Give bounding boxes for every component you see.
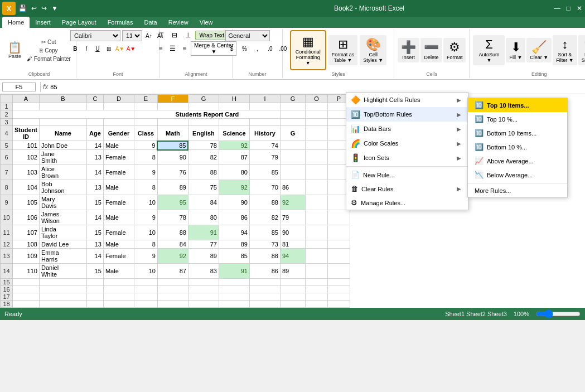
empty-cell[interactable] — [188, 103, 219, 110]
undo-button[interactable]: ↩ — [30, 3, 38, 13]
empty-cell[interactable] — [86, 293, 103, 301]
empty-cell[interactable] — [249, 286, 280, 293]
list-item[interactable]: 90 — [157, 150, 188, 165]
empty-cell[interactable] — [157, 119, 188, 126]
minimize-button[interactable]: — — [552, 4, 563, 13]
list-item[interactable]: 91 — [188, 225, 219, 240]
align-left-button[interactable]: ≡ — [155, 43, 166, 54]
list-item[interactable]: 106 — [13, 210, 40, 225]
format-as-table-button[interactable]: ⊞ Format asTable ▼ — [328, 35, 358, 65]
empty-cell[interactable] — [134, 293, 157, 301]
empty-cell[interactable] — [188, 279, 219, 286]
office-logo[interactable]: X — [2, 2, 16, 15]
list-item[interactable]: 77 — [188, 240, 219, 249]
tab-review[interactable]: Review — [163, 17, 194, 28]
empty-cell[interactable] — [305, 150, 327, 165]
list-item[interactable]: 110 — [13, 264, 40, 279]
currency-button[interactable]: $ — [225, 43, 238, 54]
sort-filter-button[interactable]: ↕ Sort &Filter ▼ — [553, 35, 577, 65]
cut-button[interactable]: ✂ Cut — [25, 38, 72, 46]
align-top-button[interactable]: ⊤ — [155, 30, 167, 40]
list-item[interactable]: 89 — [219, 240, 249, 249]
list-item[interactable]: Daniel White — [39, 264, 86, 279]
list-item[interactable]: 88 — [157, 225, 188, 240]
list-item[interactable]: 84 — [157, 240, 188, 249]
list-item[interactable]: 81 — [280, 240, 305, 249]
empty-cell[interactable] — [39, 301, 86, 308]
list-item[interactable]: 88 — [249, 249, 280, 264]
underline-button[interactable]: U — [93, 43, 103, 54]
empty-cell[interactable] — [305, 119, 327, 126]
empty-cell[interactable] — [305, 279, 327, 286]
col-header-O[interactable]: O — [305, 95, 327, 103]
list-item[interactable]: 86 — [219, 210, 249, 225]
list-item[interactable]: 70 — [249, 180, 280, 195]
empty-cell[interactable] — [280, 150, 305, 165]
row-header[interactable]: 9 — [1, 195, 13, 210]
font-size-select[interactable]: 11 — [122, 30, 142, 41]
submenu-above-average[interactable]: 📈 Above Average... — [468, 154, 567, 168]
empty-cell[interactable] — [103, 119, 134, 126]
list-item[interactable]: Male — [103, 141, 134, 150]
list-item[interactable]: Female — [103, 249, 134, 264]
list-item[interactable]: 14 — [86, 165, 103, 180]
close-button[interactable]: ✕ — [574, 4, 585, 13]
empty-cell[interactable] — [219, 301, 249, 308]
submenu-more-rules[interactable]: More Rules... — [468, 185, 567, 197]
list-item[interactable]: Science — [219, 126, 249, 141]
col-header-I[interactable]: I — [249, 95, 280, 103]
empty-cell[interactable] — [280, 165, 305, 180]
list-item[interactable]: 9 — [134, 165, 157, 180]
row-header[interactable]: 17 — [1, 293, 13, 301]
empty-cell[interactable] — [305, 180, 327, 195]
list-item[interactable]: Female — [103, 195, 134, 210]
list-item[interactable]: 9 — [134, 210, 157, 225]
empty-cell[interactable] — [280, 286, 305, 293]
list-item[interactable]: Age — [86, 126, 103, 141]
empty-cell[interactable] — [327, 240, 350, 249]
list-item[interactable]: 15 — [86, 225, 103, 240]
empty-cell[interactable] — [327, 225, 350, 240]
list-item[interactable]: 75 — [188, 180, 219, 195]
list-item[interactable]: 15 — [86, 264, 103, 279]
row-header[interactable]: 10 — [1, 210, 13, 225]
list-item[interactable]: 78 — [157, 210, 188, 225]
list-item[interactable]: English — [188, 126, 219, 141]
border-button[interactable]: ⊞ — [104, 43, 114, 54]
list-item[interactable]: 9 — [134, 141, 157, 150]
empty-cell[interactable] — [134, 119, 157, 126]
list-item[interactable]: 91 — [219, 264, 249, 279]
empty-cell[interactable] — [134, 301, 157, 308]
autosum-button[interactable]: Σ AutoSum ▼ — [473, 35, 505, 65]
tab-data[interactable]: Data — [138, 17, 162, 28]
list-item[interactable]: 84 — [188, 195, 219, 210]
align-center-button[interactable]: ☰ — [167, 43, 178, 54]
list-item[interactable]: 13 — [86, 150, 103, 165]
empty-cell[interactable] — [39, 286, 86, 293]
col-header-G2[interactable]: G — [280, 95, 305, 103]
delete-cells-button[interactable]: ➖ Delete — [420, 38, 442, 62]
list-item[interactable]: 92 — [157, 249, 188, 264]
submenu-top-10-percent[interactable]: 🔟 Top 10 %... — [468, 112, 567, 126]
row-header[interactable]: 15 — [1, 279, 13, 286]
list-item[interactable]: 85 — [249, 165, 280, 180]
zoom-slider[interactable] — [536, 309, 581, 318]
list-item[interactable]: Student ID — [13, 126, 40, 141]
row-header[interactable]: 14 — [1, 264, 13, 279]
empty-cell[interactable] — [327, 249, 350, 264]
list-item[interactable]: Jane Smith — [39, 150, 86, 165]
empty-cell[interactable] — [305, 264, 327, 279]
list-item[interactable]: 86 — [249, 264, 280, 279]
font-color-button[interactable]: A▼ — [126, 43, 136, 54]
list-item[interactable]: Name — [39, 126, 86, 141]
row-header[interactable]: 18 — [1, 301, 13, 308]
empty-cell[interactable] — [188, 286, 219, 293]
empty-cell[interactable] — [219, 279, 249, 286]
name-box[interactable] — [2, 83, 36, 91]
list-item[interactable]: 89 — [280, 264, 305, 279]
empty-cell[interactable] — [86, 103, 103, 110]
list-item[interactable]: 80 — [188, 210, 219, 225]
percent-button[interactable]: % — [238, 43, 250, 54]
list-item[interactable]: Students Report Card — [134, 110, 280, 119]
increase-font-button[interactable]: A↑ — [144, 31, 154, 41]
